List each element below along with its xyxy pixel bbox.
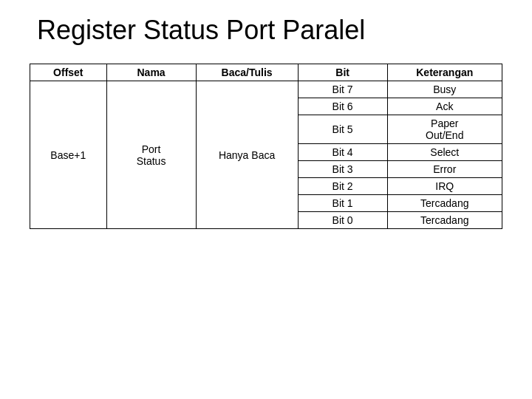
cell-ket: PaperOut/End <box>387 115 502 144</box>
cell-bit: Bit 7 <box>298 81 387 98</box>
cell-ket: Busy <box>387 81 502 98</box>
cell-ket: Tercadang <box>387 195 502 212</box>
cell-ket: Select <box>387 144 502 161</box>
header-baca: Baca/Tulis <box>196 64 298 81</box>
cell-offset: Base+1 <box>30 81 107 229</box>
cell-ket: Ack <box>387 98 502 115</box>
table-wrapper: Offset Nama Baca/Tulis Bit Keterangan Ba… <box>30 64 502 229</box>
table-header-row: Offset Nama Baca/Tulis Bit Keterangan <box>30 64 502 81</box>
cell-ket: Error <box>387 161 502 178</box>
header-nama: Nama <box>106 64 196 81</box>
cell-ket: IRQ <box>387 178 502 195</box>
table-row: Base+1 PortStatus Hanya Baca Bit 7 Busy <box>30 81 502 98</box>
cell-bit: Bit 5 <box>298 115 387 144</box>
cell-bit: Bit 2 <box>298 178 387 195</box>
cell-ket: Tercadang <box>387 212 502 229</box>
cell-baca-tulis: Hanya Baca <box>196 81 298 229</box>
page-title: Register Status Port Paralel <box>37 15 365 46</box>
cell-nama: PortStatus <box>106 81 196 229</box>
cell-bit: Bit 4 <box>298 144 387 161</box>
cell-bit: Bit 1 <box>298 195 387 212</box>
header-bit: Bit <box>298 64 387 81</box>
header-offset: Offset <box>30 64 107 81</box>
cell-bit: Bit 6 <box>298 98 387 115</box>
cell-bit: Bit 3 <box>298 161 387 178</box>
header-keterangan: Keterangan <box>387 64 502 81</box>
register-table: Offset Nama Baca/Tulis Bit Keterangan Ba… <box>30 64 502 229</box>
cell-bit: Bit 0 <box>298 212 387 229</box>
